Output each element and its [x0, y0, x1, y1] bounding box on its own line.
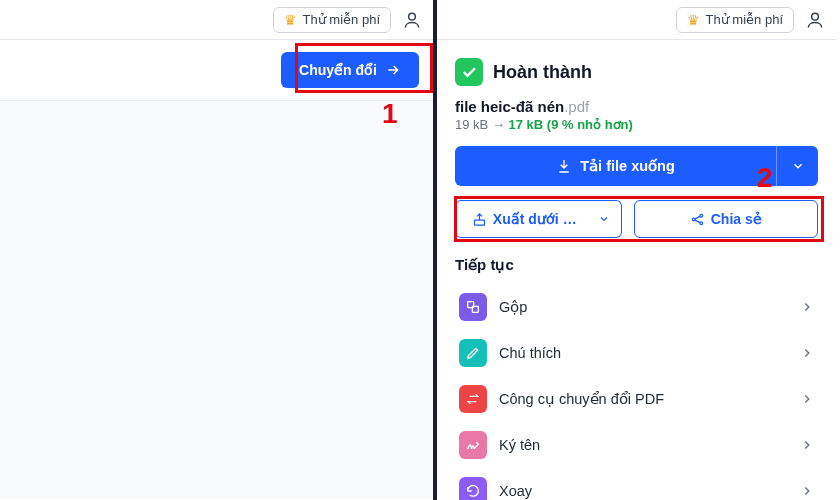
export-options-button[interactable]	[588, 200, 622, 238]
continue-item-label: Chú thích	[499, 345, 561, 361]
try-free-label: Thử miễn phí	[303, 12, 380, 27]
convert-label: Chuyển đổi	[299, 62, 377, 78]
chevron-right-icon	[800, 484, 814, 498]
continue-title: Tiếp tục	[455, 256, 818, 274]
swap-icon	[459, 385, 487, 413]
arrow-icon: →	[492, 117, 505, 132]
svg-point-0	[409, 13, 416, 20]
chevron-right-icon	[800, 438, 814, 452]
status-row: Hoàn thành	[455, 58, 818, 86]
continue-item[interactable]: Công cụ chuyển đổi PDF	[455, 376, 818, 422]
continue-item[interactable]: Ký tên	[455, 422, 818, 468]
crown-icon: ♛	[284, 12, 297, 28]
continue-item-label: Gộp	[499, 299, 527, 315]
file-name-row: file heic-đã nén.pdf	[455, 98, 818, 115]
file-size-row: 19 kB → 17 kB (9 % nhỏ hơn)	[455, 117, 818, 132]
share-button[interactable]: Chia sẻ	[634, 200, 819, 238]
left-panel: ♛ Thử miễn phí Chuyển đổi 1	[0, 0, 437, 500]
pencil-icon	[459, 339, 487, 367]
share-label: Chia sẻ	[711, 211, 762, 227]
download-icon	[556, 158, 572, 174]
secondary-actions-row: Xuất dưới … Chia sẻ	[455, 200, 818, 238]
header-right: ♛ Thử miễn phí	[437, 0, 836, 40]
continue-list: GộpChú thíchCông cụ chuyển đổi PDFKý tên…	[455, 284, 818, 500]
try-free-button[interactable]: ♛ Thử miễn phí	[676, 7, 794, 33]
user-icon[interactable]	[395, 3, 429, 37]
continue-item-label: Công cụ chuyển đổi PDF	[499, 391, 664, 407]
download-options-button[interactable]	[776, 146, 818, 186]
convert-toolbar: Chuyển đổi	[0, 40, 433, 101]
chevron-down-icon	[598, 213, 610, 225]
export-label: Xuất dưới …	[493, 211, 577, 227]
svg-point-1	[812, 13, 819, 20]
right-content: Hoàn thành file heic-đã nén.pdf 19 kB → …	[437, 40, 836, 500]
continue-item-label: Xoay	[499, 483, 532, 499]
arrow-right-icon	[385, 62, 401, 78]
continue-item[interactable]: Gộp	[455, 284, 818, 330]
user-icon[interactable]	[798, 3, 832, 37]
svg-point-3	[692, 218, 695, 221]
download-row: Tải file xuống	[455, 146, 818, 186]
share-icon	[690, 212, 705, 227]
file-name: file heic-đã nén	[455, 98, 564, 115]
svg-point-5	[700, 221, 703, 224]
file-extension: .pdf	[564, 98, 589, 115]
export-icon	[472, 212, 487, 227]
continue-item[interactable]: Chú thích	[455, 330, 818, 376]
rotate-icon	[459, 477, 487, 500]
svg-point-4	[700, 214, 703, 217]
svg-rect-2	[474, 220, 484, 225]
download-label: Tải file xuống	[580, 158, 675, 174]
size-old: 19 kB	[455, 117, 488, 132]
export-group: Xuất dưới …	[455, 200, 622, 238]
left-content-area	[0, 101, 433, 499]
try-free-button[interactable]: ♛ Thử miễn phí	[273, 7, 391, 33]
convert-button[interactable]: Chuyển đổi	[281, 52, 419, 88]
header-left: ♛ Thử miễn phí	[0, 0, 433, 40]
try-free-label: Thử miễn phí	[706, 12, 783, 27]
status-title: Hoàn thành	[493, 62, 592, 83]
merge-icon	[459, 293, 487, 321]
size-percent: (9 % nhỏ hơn)	[547, 117, 633, 132]
right-panel: ♛ Thử miễn phí Hoàn thành file heic-đã n…	[437, 0, 836, 500]
download-button[interactable]: Tải file xuống	[455, 146, 776, 186]
chevron-down-icon	[791, 159, 805, 173]
sign-icon	[459, 431, 487, 459]
continue-item[interactable]: Xoay	[455, 468, 818, 500]
continue-item-label: Ký tên	[499, 437, 540, 453]
check-icon	[455, 58, 483, 86]
size-new: 17 kB	[509, 117, 544, 132]
crown-icon: ♛	[687, 12, 700, 28]
export-button[interactable]: Xuất dưới …	[455, 200, 594, 238]
chevron-right-icon	[800, 346, 814, 360]
chevron-right-icon	[800, 300, 814, 314]
chevron-right-icon	[800, 392, 814, 406]
